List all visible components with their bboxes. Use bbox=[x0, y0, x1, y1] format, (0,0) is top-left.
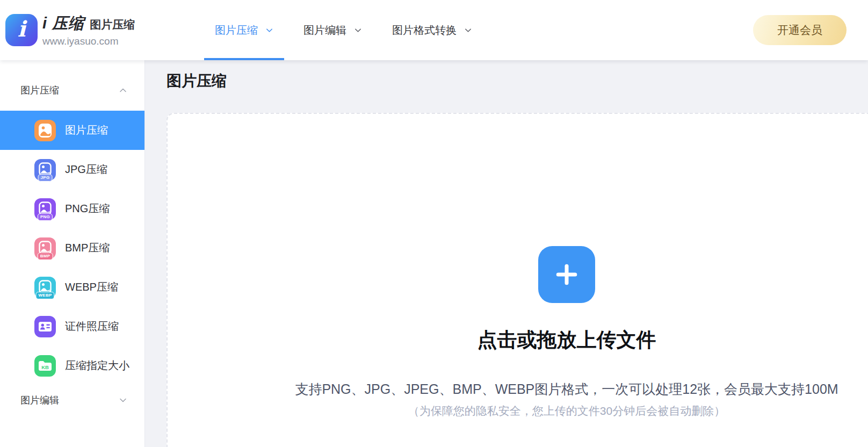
upload-title: 点击或拖放上传文件 bbox=[478, 327, 656, 354]
png-compress-icon: PNG bbox=[34, 198, 56, 220]
sidebar-section-image-compress[interactable]: 图片压缩 bbox=[0, 75, 144, 105]
webp-compress-icon: WEBP bbox=[34, 277, 56, 298]
page-title: 图片压缩 bbox=[167, 71, 868, 91]
logo-text: i 压缩 图片压缩 www.iyasuo.com bbox=[42, 13, 135, 47]
format-badge: WEBP bbox=[35, 292, 54, 299]
chevron-up-icon bbox=[119, 86, 127, 95]
brand-name: i 压缩 bbox=[42, 13, 84, 34]
sidebar-item-label: BMP压缩 bbox=[65, 241, 110, 255]
sidebar-item-bmp-compress[interactable]: BMP BMP压缩 bbox=[0, 228, 144, 268]
sidebar-items: 图片压缩 JPG JPG压缩 bbox=[0, 111, 144, 385]
nav-tab-label: 图片编辑 bbox=[303, 23, 346, 38]
format-badge: PNG bbox=[38, 213, 53, 221]
id-photo-compress-icon bbox=[34, 316, 56, 337]
jpg-compress-icon: JPG bbox=[34, 159, 56, 181]
brand-url: www.iyasuo.com bbox=[42, 35, 135, 47]
chevron-down-icon bbox=[119, 396, 127, 405]
format-badge: BMP bbox=[38, 253, 53, 260]
plus-icon bbox=[550, 258, 583, 291]
upload-support-text: 支持PNG、JPG、JPEG、BMP、WEBP图片格式，一次可以处理12张，会员… bbox=[295, 380, 838, 398]
chevron-down-icon bbox=[354, 26, 362, 34]
upload-privacy-text: （为保障您的隐私安全，您上传的文件30分钟后会被自动删除） bbox=[408, 403, 725, 419]
sidebar-item-jpg-compress[interactable]: JPG JPG压缩 bbox=[0, 150, 144, 189]
sidebar-item-png-compress[interactable]: PNG PNG压缩 bbox=[0, 189, 144, 228]
nav-tab-image-edit[interactable]: 图片编辑 bbox=[288, 0, 377, 60]
sidebar-item-webp-compress[interactable]: WEBP WEBP压缩 bbox=[0, 268, 144, 307]
sidebar-item-label: JPG压缩 bbox=[65, 162, 107, 177]
open-vip-button[interactable]: 开通会员 bbox=[753, 15, 847, 45]
format-badge: JPG bbox=[38, 174, 53, 182]
nav-tab-label: 图片格式转换 bbox=[392, 23, 457, 38]
sidebar-item-label: 图片压缩 bbox=[65, 123, 108, 138]
sidebar-section-image-edit[interactable]: 图片编辑 bbox=[0, 385, 144, 415]
add-files-button[interactable] bbox=[538, 246, 595, 303]
main-nav: 图片压缩 图片编辑 图片格式转换 bbox=[200, 0, 487, 60]
sidebar-item-id-photo-compress[interactable]: 证件照压缩 bbox=[0, 307, 144, 346]
logo[interactable]: i i 压缩 图片压缩 www.iyasuo.com bbox=[5, 13, 151, 47]
compress-to-size-icon: KB bbox=[34, 355, 56, 377]
sidebar-item-compress-to-size[interactable]: KB 压缩指定大小 bbox=[0, 346, 144, 385]
upload-dropzone[interactable]: 点击或拖放上传文件 支持PNG、JPG、JPEG、BMP、WEBP图片格式，一次… bbox=[167, 113, 868, 447]
svg-text:KB: KB bbox=[41, 364, 49, 370]
sidebar-item-label: WEBP压缩 bbox=[65, 280, 118, 294]
nav-tab-label: 图片压缩 bbox=[215, 23, 258, 38]
nav-tab-image-compress[interactable]: 图片压缩 bbox=[200, 0, 288, 60]
section-label: 图片编辑 bbox=[20, 394, 59, 407]
sidebar-item-label: 压缩指定大小 bbox=[65, 358, 129, 373]
chevron-down-icon bbox=[464, 26, 472, 34]
sidebar-item-label: PNG压缩 bbox=[65, 201, 110, 216]
sidebar: 图片压缩 图片压缩 bbox=[0, 60, 145, 447]
bmp-compress-icon: BMP bbox=[34, 237, 56, 259]
brand-tagline: 图片压缩 bbox=[90, 17, 135, 32]
chevron-down-icon bbox=[265, 26, 273, 34]
main-content: 图片压缩 点击或拖放上传文件 支持PNG、JPG、JPEG、BMP、WEBP图片… bbox=[145, 60, 868, 447]
nav-tab-format-convert[interactable]: 图片格式转换 bbox=[377, 0, 487, 60]
sidebar-item-image-compress[interactable]: 图片压缩 bbox=[0, 111, 144, 150]
logo-i-glyph: i bbox=[17, 18, 25, 40]
brand-logo-icon: i bbox=[5, 14, 38, 46]
header: i i 压缩 图片压缩 www.iyasuo.com 图片压缩 图片编辑 图片格… bbox=[0, 0, 868, 60]
section-label: 图片压缩 bbox=[20, 84, 59, 97]
sidebar-item-label: 证件照压缩 bbox=[65, 319, 119, 334]
image-compress-icon bbox=[34, 120, 56, 141]
